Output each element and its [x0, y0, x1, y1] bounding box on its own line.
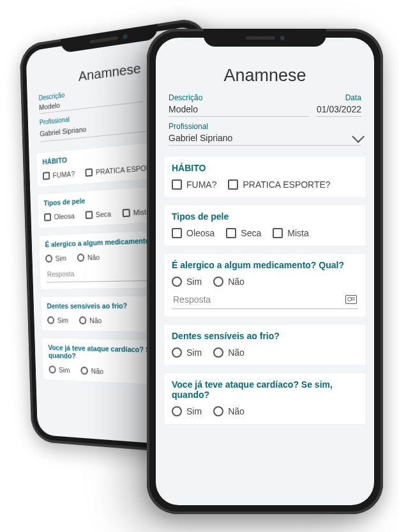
radio-cardiaco-sim[interactable]: Sim: [49, 365, 70, 374]
radio-icon: [172, 347, 182, 358]
radio-cardiaco-sim[interactable]: Sim: [172, 406, 202, 416]
card-title-alergia: É alergico a algum medicamento? Qual?: [172, 260, 358, 270]
radio-cardiaco-nao[interactable]: Não: [213, 406, 245, 416]
radio-icon: [213, 347, 223, 358]
checkbox-icon: [273, 228, 283, 238]
card-title-habito: HÁBITO: [172, 163, 358, 173]
card-alergia: É alergico a algum medicamento? Qual? Si…: [163, 253, 366, 317]
checkbox-icon: [172, 179, 182, 190]
radio-label: Não: [228, 406, 245, 416]
checkbox-icon: [228, 179, 238, 190]
radio-icon: [213, 277, 223, 287]
checkbox-fuma[interactable]: FUMA?: [43, 170, 75, 180]
device-frame: Anamnese Descrição Modelo Data 01/03/202…: [147, 29, 383, 514]
radio-label: Sim: [186, 406, 202, 416]
card-dentes: Dentes sensíveis ao frio? Sim Não: [163, 324, 366, 366]
checkbox-label: PRATICA ESPORTE?: [243, 179, 330, 190]
select-profissional-value: Gabriel Sipriano: [169, 133, 232, 143]
checkbox-label: Seca: [241, 228, 261, 238]
card-habito: HÁBITO FUMA? PRATICA ESPORTE?: [163, 156, 366, 198]
card-title-dentes: Dentes sensíveis ao frio?: [172, 331, 358, 341]
checkbox-label: Mista: [287, 228, 308, 238]
radio-label: Sim: [186, 347, 202, 358]
checkbox-esporte[interactable]: PRATICA ESPORTE?: [228, 179, 330, 190]
id-card-icon: [345, 295, 357, 304]
radio-alergia-sim[interactable]: Sim: [172, 277, 202, 287]
radio-label: Sim: [186, 277, 202, 287]
radio-icon: [172, 277, 182, 287]
placeholder-text: Resposta: [173, 294, 211, 305]
select-profissional[interactable]: Gabriel Sipriano: [169, 131, 361, 146]
label-data: Data: [317, 93, 361, 102]
label-descricao: Descrição: [169, 93, 309, 102]
radio-icon: [213, 406, 223, 416]
checkbox-oleosa[interactable]: Oleosa: [172, 228, 215, 238]
checkbox-mista[interactable]: Mista: [273, 228, 308, 238]
radio-alergia-nao[interactable]: Não: [213, 277, 245, 287]
device-notch: [204, 29, 326, 47]
card-cardiaco: Voce já teve ataque cardíaco? Se sim, qu…: [163, 372, 366, 425]
radio-label: Não: [228, 347, 245, 358]
checkbox-seca[interactable]: Seca: [226, 228, 261, 238]
radio-cardiaco-nao[interactable]: Não: [80, 367, 103, 376]
phone-mockup-front: Anamnese Descrição Modelo Data 01/03/202…: [147, 29, 383, 514]
radio-label: Não: [228, 277, 245, 287]
checkbox-seca[interactable]: Seca: [85, 209, 111, 219]
input-descricao[interactable]: Modelo: [169, 102, 309, 117]
radio-dentes-nao[interactable]: Não: [79, 316, 102, 324]
checkbox-icon: [226, 228, 236, 238]
checkbox-mista[interactable]: Mista: [123, 208, 151, 217]
checkbox-label: Oleosa: [186, 228, 215, 238]
input-data[interactable]: 01/03/2022: [317, 102, 361, 117]
card-pele: Tipos de pele Oleosa Seca Mista: [163, 204, 366, 247]
device-screen: Anamnese Descrição Modelo Data 01/03/202…: [156, 38, 374, 505]
checkbox-fuma[interactable]: FUMA?: [172, 179, 216, 190]
checkbox-icon: [172, 228, 182, 238]
checkbox-oleosa[interactable]: Oleosa: [44, 212, 75, 222]
card-title-cardiaco: Voce já teve ataque cardíaco? Se sim, qu…: [172, 379, 358, 400]
radio-alergia-sim[interactable]: Sim: [45, 254, 66, 262]
card-title-pele: Tipos de pele: [172, 211, 358, 222]
checkbox-label: FUMA?: [186, 179, 216, 190]
radio-icon: [172, 406, 182, 416]
page-title: Anamnese: [160, 66, 370, 86]
radio-dentes-sim[interactable]: Sim: [47, 316, 68, 324]
radio-alergia-nao[interactable]: Não: [77, 253, 100, 261]
label-profissional: Profissional: [169, 122, 361, 131]
chevron-down-icon: [352, 130, 365, 143]
input-resposta-alergia[interactable]: Resposta: [172, 294, 358, 309]
radio-dentes-nao[interactable]: Não: [213, 347, 245, 358]
radio-dentes-sim[interactable]: Sim: [172, 347, 202, 358]
